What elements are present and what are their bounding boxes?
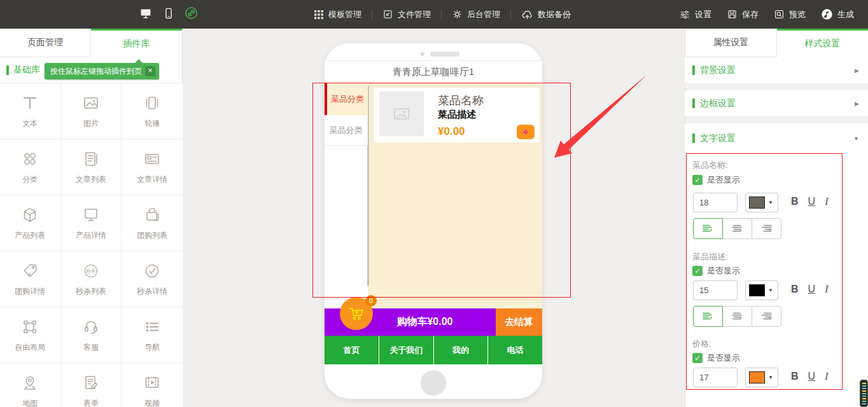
- dish-card[interactable]: 菜品名称 菜品描述 ¥0.00 +: [374, 88, 540, 142]
- page-title-bar[interactable]: 青青原上草咖啡厅1: [325, 60, 542, 83]
- nav-home[interactable]: 首页: [325, 336, 379, 364]
- tooltip-close-icon[interactable]: ×: [145, 66, 155, 76]
- align-left-button[interactable]: [693, 306, 723, 327]
- save-button[interactable]: 保存: [727, 9, 759, 20]
- underline-button[interactable]: U: [808, 371, 816, 382]
- color-dropdown[interactable]: ▼: [745, 368, 778, 387]
- underline-button[interactable]: U: [808, 284, 816, 295]
- plugin-category[interactable]: 分类: [0, 139, 61, 195]
- cart-button[interactable]: 0: [340, 297, 373, 330]
- category-label: 菜品分类: [330, 125, 363, 136]
- color-dropdown[interactable]: ▼: [745, 193, 778, 212]
- add-dish-button[interactable]: +: [517, 125, 535, 139]
- plugin-navigation[interactable]: 导航: [122, 307, 183, 363]
- tab-style-settings[interactable]: 样式设置: [777, 29, 868, 57]
- section-gap: [685, 117, 868, 123]
- bold-button[interactable]: B: [791, 371, 799, 382]
- plugin-image[interactable]: 图片: [61, 83, 122, 139]
- checkbox-checked[interactable]: ✓: [692, 175, 703, 185]
- tab-attribute-settings[interactable]: 属性设置: [685, 29, 777, 57]
- plugin-product-list[interactable]: 产品列表: [0, 195, 61, 251]
- dropdown-arrow-icon: ▼: [768, 375, 773, 380]
- plugin-map[interactable]: 地图: [0, 363, 61, 407]
- align-button-group: [693, 306, 781, 327]
- topbar: 模板管理 文件管理 后台管理 数据备份 设置 保存 预览: [0, 0, 868, 29]
- color-dropdown[interactable]: ▼: [745, 280, 778, 300]
- divider: [372, 10, 372, 19]
- plugin-article-detail[interactable]: 文章详情: [122, 139, 183, 195]
- menu-template-manage[interactable]: 模板管理: [314, 9, 361, 20]
- action-label: 预览: [789, 9, 806, 20]
- scrollbar-thumb[interactable]: [860, 380, 868, 407]
- section-label: 边框设置: [700, 98, 855, 109]
- checkbox-checked[interactable]: ✓: [692, 266, 703, 276]
- menu-label: 后台管理: [467, 9, 500, 20]
- category-item-active[interactable]: 菜品分类: [325, 83, 368, 115]
- dish-price: ¥0.00: [438, 125, 465, 138]
- underline-button[interactable]: U: [808, 196, 816, 207]
- menu-file-manage[interactable]: 文件管理: [382, 9, 431, 20]
- align-left-button[interactable]: [693, 218, 723, 239]
- tab-page-manage[interactable]: 页面管理: [0, 29, 91, 57]
- checkout-button[interactable]: 去结算: [496, 308, 542, 336]
- plugin-text[interactable]: 文本: [0, 83, 61, 139]
- bold-button[interactable]: B: [791, 196, 799, 207]
- plugin-free-layout[interactable]: 自由布局: [0, 307, 61, 363]
- tooltip-arrow: [135, 59, 143, 63]
- chevron-down-icon: ▼: [853, 135, 859, 142]
- align-center-button[interactable]: [722, 306, 752, 327]
- menu-backend-manage[interactable]: 后台管理: [452, 9, 500, 20]
- screen-icon: [81, 205, 101, 225]
- font-size-input[interactable]: [693, 193, 738, 212]
- section-text-settings[interactable]: 文字设置 ▼: [685, 123, 868, 153]
- plugin-groupbuy-list[interactable]: 团购列表: [122, 195, 183, 251]
- plugin-label: 地图: [22, 398, 38, 407]
- italic-button[interactable]: I: [825, 196, 828, 207]
- link-icon[interactable]: [185, 6, 198, 22]
- nav-phone[interactable]: 电话: [488, 336, 542, 364]
- nav-about[interactable]: 关于我们: [379, 336, 433, 364]
- plugin-carousel[interactable]: 轮播: [122, 83, 183, 139]
- italic-button[interactable]: I: [825, 284, 828, 295]
- plugin-seckill-detail[interactable]: 秒杀详情: [122, 251, 183, 307]
- category-item[interactable]: 菜品分类: [325, 115, 368, 146]
- plugin-product-detail[interactable]: 产品详情: [61, 195, 122, 251]
- action-label: 生成: [837, 9, 854, 20]
- clock-check-icon: [142, 261, 162, 281]
- setting-group-label: 菜品描述:: [692, 251, 728, 263]
- plugin-groupbuy-detail[interactable]: 团购详情: [0, 251, 61, 307]
- desktop-preview-icon[interactable]: [139, 7, 153, 22]
- color-swatch: [749, 197, 765, 209]
- font-size-input[interactable]: [693, 280, 738, 300]
- align-right-button[interactable]: [752, 306, 781, 327]
- mobile-preview-icon[interactable]: [163, 6, 174, 23]
- preview-button[interactable]: 预览: [774, 9, 806, 20]
- plugin-grid: 文本 图片 轮播 分类 文章列表 文章详情 产品列表 产品详情: [0, 83, 183, 407]
- category-icon: [20, 149, 40, 169]
- nav-label: 电话: [507, 345, 524, 356]
- plugin-seckill-list[interactable]: 秒杀 秒杀列表: [61, 251, 122, 307]
- settings-button[interactable]: 设置: [679, 9, 711, 20]
- plugin-video[interactable]: 视频: [122, 363, 183, 407]
- category-label: 菜品分类: [331, 93, 364, 105]
- nav-mine[interactable]: 我的: [434, 336, 488, 364]
- preview-magnifier-icon: [774, 9, 785, 20]
- section-background-settings[interactable]: 背景设置 ▶: [685, 57, 868, 84]
- tab-plugin-library[interactable]: 插件库: [91, 29, 182, 57]
- plugin-customer-service[interactable]: 客服: [61, 307, 122, 363]
- shopping-bag-icon: [142, 205, 162, 225]
- menu-data-backup[interactable]: 数据备份: [521, 9, 571, 20]
- font-style-buttons: B U I: [791, 284, 828, 295]
- plugin-article-list[interactable]: 文章列表: [61, 139, 122, 195]
- section-border-settings[interactable]: 边框设置 ▶: [685, 90, 868, 117]
- italic-button[interactable]: I: [825, 371, 828, 382]
- bold-button[interactable]: B: [791, 284, 799, 295]
- font-size-input[interactable]: [693, 368, 738, 387]
- align-right-button[interactable]: [752, 218, 781, 239]
- generate-button[interactable]: 生成: [821, 8, 854, 20]
- align-center-button[interactable]: [722, 218, 752, 239]
- checkbox-checked[interactable]: ✓: [692, 353, 703, 363]
- checkout-label: 去结算: [505, 316, 533, 328]
- setting-group-label: 价格:: [692, 338, 711, 350]
- plugin-form[interactable]: 表单: [61, 363, 122, 407]
